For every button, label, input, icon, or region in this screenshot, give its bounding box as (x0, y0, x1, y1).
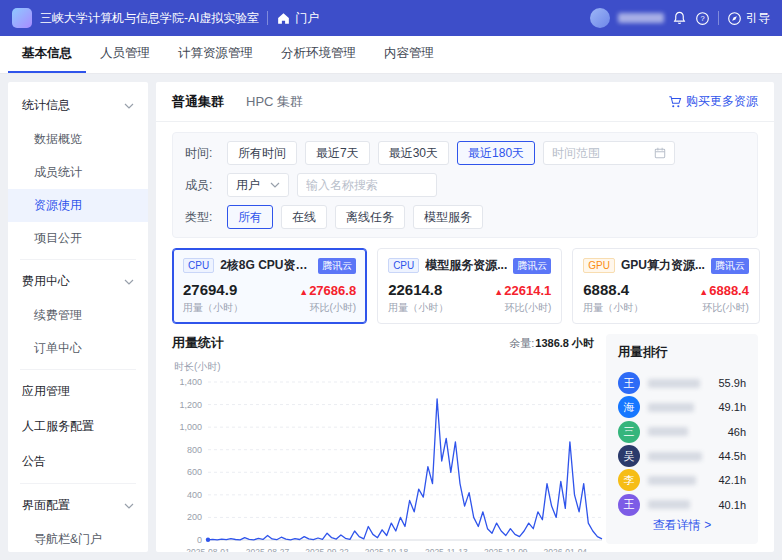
usage-value-label: 用量（小时） (583, 301, 643, 315)
time-option-all[interactable]: 所有时间 (227, 141, 297, 165)
bell-icon[interactable] (672, 11, 687, 26)
app-root: 三峡大学计算机与信息学院-AI虚拟实验室 门户 ? 引导 基本信息 人员管理 计… (0, 0, 782, 560)
sidebar-group-label: 应用管理 (22, 383, 70, 400)
chevron-down-icon (124, 503, 134, 509)
sidebar-item-renewal[interactable]: 续费管理 (8, 299, 148, 332)
y-tick-label: 1,200 (179, 400, 202, 410)
compass-icon (727, 11, 742, 26)
cpu-tag: CPU (388, 258, 419, 273)
card-header: CPU 2核8G CPU资源... 腾讯云 (183, 257, 356, 274)
remain-value: 1386.8 小时 (535, 337, 594, 349)
sidebar-item-announcement[interactable]: 公告 (8, 444, 148, 479)
chart-title: 用量统计 (172, 334, 224, 352)
sidebar-group-statistics[interactable]: 统计信息 (8, 88, 148, 123)
usage-delta: ▲6888.4 (699, 283, 749, 298)
buy-resources-link[interactable]: 购买更多资源 (668, 93, 758, 110)
resource-card-model-service[interactable]: CPU 模型服务资源... 腾讯云 22614.8 用量（小时） ▲22614.… (377, 248, 562, 324)
sidebar-item-navbar-portal[interactable]: 导航栏&门户 (8, 523, 148, 552)
remain-label: 余量: (509, 337, 534, 349)
caret-down-icon (270, 182, 280, 188)
y-tick-label: 400 (187, 490, 202, 500)
nav-tab-analysis-env[interactable]: 分析环境管理 (267, 36, 370, 73)
page-layout: 统计信息 数据概览 成员统计 资源使用 项目公开 费用中心 续费管理 订单中心 … (0, 74, 782, 560)
card-title: 模型服务资源... (425, 257, 507, 274)
member-type-select[interactable]: 用户 (227, 173, 289, 197)
member-search-input[interactable] (297, 173, 437, 197)
user-avatar[interactable] (590, 8, 610, 28)
usage-value: 22614.8 (388, 281, 448, 298)
topbar-left: 三峡大学计算机与信息学院-AI虚拟实验室 门户 (12, 8, 319, 28)
y-tick-label: 800 (187, 445, 202, 455)
time-option-7d[interactable]: 最近7天 (305, 141, 370, 165)
tab-hpc-cluster[interactable]: HPC 集群 (246, 93, 303, 111)
type-option-online[interactable]: 在线 (281, 205, 327, 229)
resource-card-gpu[interactable]: GPU GPU算力资源... 腾讯云 6888.4 用量（小时） ▲6888.4… (572, 248, 760, 324)
sidebar-group-label: 统计信息 (22, 97, 70, 114)
sidebar-item-orders[interactable]: 订单中心 (8, 332, 148, 365)
rank-value: 49.1h (718, 401, 746, 413)
sidebar-group-label: 费用中心 (22, 273, 70, 290)
svg-text:?: ? (700, 14, 704, 23)
tab-normal-cluster[interactable]: 普通集群 (172, 93, 224, 111)
filter-panel: 时间: 所有时间 最近7天 最近30天 最近180天 时间范围 成员: 用户 (172, 132, 758, 238)
portal-label: 门户 (295, 10, 319, 27)
sidebar: 统计信息 数据概览 成员统计 资源使用 项目公开 费用中心 续费管理 订单中心 … (8, 82, 148, 552)
app-logo (12, 8, 32, 28)
content-panel: 普通集群 HPC 集群 购买更多资源 时间: 所有时间 最近7天 最近30天 最… (156, 82, 774, 552)
x-tick-label: 2025-11-13 (425, 547, 468, 552)
usage-line-chart: 02004006008001,0001,2001,4002025-08-0120… (172, 374, 608, 552)
time-option-180d[interactable]: 最近180天 (457, 141, 535, 165)
topbar-divider (267, 11, 268, 25)
card-title: GPU算力资源... (621, 257, 705, 274)
rank-avatar: 三 (618, 421, 640, 443)
date-range-input[interactable]: 时间范围 (543, 141, 675, 165)
usage-value: 6888.4 (583, 281, 643, 298)
usage-value-label: 用量（小时） (183, 301, 243, 315)
nav-tab-content-mgmt[interactable]: 内容管理 (370, 36, 448, 73)
nav-tab-personnel[interactable]: 人员管理 (86, 36, 164, 73)
sidebar-item-resource-usage[interactable]: 资源使用 (8, 189, 148, 222)
sidebar-item-app-management[interactable]: 应用管理 (8, 374, 148, 409)
y-tick-label: 0 (197, 535, 202, 545)
time-option-30d[interactable]: 最近30天 (378, 141, 449, 165)
portal-link[interactable]: 门户 (276, 10, 319, 27)
sidebar-group-label: 人工服务配置 (22, 418, 94, 435)
nav-tab-compute-resources[interactable]: 计算资源管理 (164, 36, 267, 73)
rank-name-blurred (648, 403, 694, 412)
sidebar-item-data-overview[interactable]: 数据概览 (8, 123, 148, 156)
cpu-tag: CPU (183, 258, 214, 273)
type-option-all[interactable]: 所有 (227, 205, 273, 229)
sidebar-divider (20, 369, 136, 370)
sidebar-group-ui-config[interactable]: 界面配置 (8, 488, 148, 523)
sidebar-item-project-public[interactable]: 项目公开 (8, 222, 148, 255)
cluster-tabs: 普通集群 HPC 集群 购买更多资源 (156, 82, 774, 122)
rank-name-blurred (648, 452, 702, 461)
username-blurred (618, 13, 664, 23)
rank-title: 用量排行 (618, 344, 746, 361)
resource-cards: CPU 2核8G CPU资源... 腾讯云 27694.9 用量（小时） ▲27… (172, 248, 758, 324)
card-title: 2核8G CPU资源... (220, 257, 312, 274)
rank-row: 王 55.9h (618, 371, 746, 395)
type-option-model-service[interactable]: 模型服务 (413, 205, 483, 229)
view-details-link[interactable]: 查看详情 > (618, 517, 746, 534)
usage-delta-value: 22614.1 (504, 283, 551, 298)
up-arrow-icon: ▲ (494, 287, 503, 297)
rank-row: 李 42.1h (618, 468, 746, 492)
rank-name-blurred (648, 427, 688, 436)
member-type-value: 用户 (236, 177, 260, 194)
rank-row: 王 40.1h (618, 493, 746, 517)
usage-rank-panel: 用量排行 王 55.9h 海 49.1h 三 46h (606, 334, 758, 544)
help-icon[interactable]: ? (695, 11, 710, 26)
sidebar-group-billing[interactable]: 费用中心 (8, 264, 148, 299)
nav-tab-basic-info[interactable]: 基本信息 (8, 36, 86, 73)
rank-value: 46h (728, 426, 746, 438)
y-tick-label: 1,000 (179, 422, 202, 432)
gpu-tag: GPU (583, 258, 615, 273)
sidebar-item-member-stats[interactable]: 成员统计 (8, 156, 148, 189)
y-tick-label: 200 (187, 512, 202, 522)
type-option-offline-task[interactable]: 离线任务 (335, 205, 405, 229)
guide-button[interactable]: 引导 (727, 10, 770, 27)
main-nav: 基本信息 人员管理 计算资源管理 分析环境管理 内容管理 (0, 36, 782, 74)
resource-card-cpu-2c8g[interactable]: CPU 2核8G CPU资源... 腾讯云 27694.9 用量（小时） ▲27… (172, 248, 367, 324)
sidebar-item-manual-service-config[interactable]: 人工服务配置 (8, 409, 148, 444)
